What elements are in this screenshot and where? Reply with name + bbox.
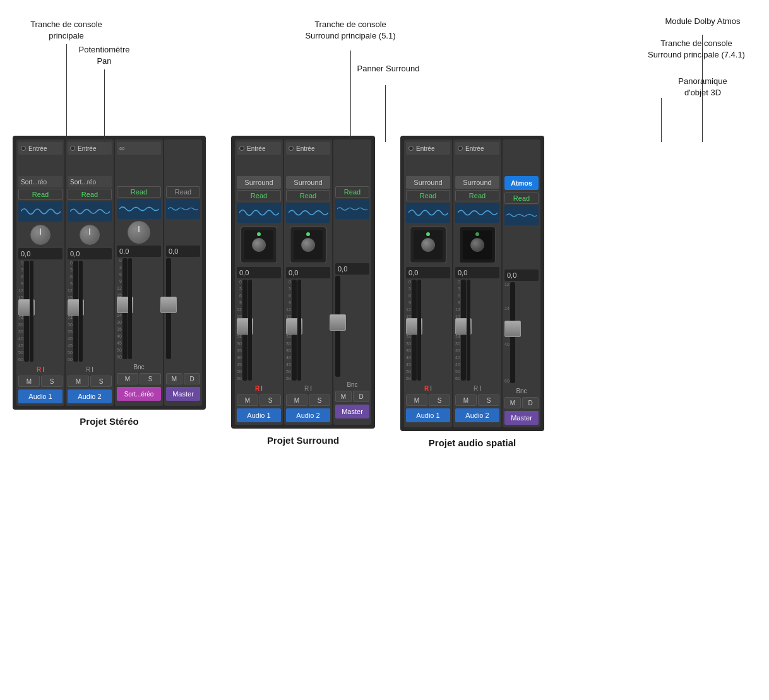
surround-panner-audio1[interactable]: [237, 224, 281, 266]
meter-bar-audio1-surround: [248, 280, 252, 381]
s-btn-audio1-surround[interactable]: S: [259, 394, 281, 406]
m-btn-audio2-surround[interactable]: M: [286, 394, 307, 406]
surround-panner-audio2[interactable]: [286, 224, 330, 266]
channel-strip-master-surround: Read 0,0: [333, 139, 371, 425]
m-btn-audio1-spatial[interactable]: M: [406, 394, 427, 406]
waveform-audio2-spatial: [455, 203, 499, 223]
channel-strip-master-stereo: Read 0,0: [164, 139, 202, 406]
input-dot: [458, 146, 463, 151]
pan-value-master-spatial: 0,0: [504, 270, 539, 281]
fader-section-audio1: 036 91215 182124 303540 455060: [18, 261, 63, 362]
d-btn-master-spatial[interactable]: D: [522, 397, 539, 408]
waveform-master-stereo: [166, 199, 200, 219]
m-btn-master-stereo[interactable]: M: [166, 373, 182, 384]
d-btn-master-stereo[interactable]: D: [184, 373, 200, 384]
channel-name-sort: Sort...éréo: [117, 387, 161, 401]
input-row-audio1: Entrée: [18, 142, 63, 155]
ri-row-audio2: R I: [68, 364, 112, 374]
waveform-audio1-surround: [237, 203, 281, 223]
waveform-audio1-spatial: [406, 203, 450, 223]
ri-row-audio1: R I: [18, 364, 63, 374]
fader-rail-master-stereo[interactable]: [166, 258, 171, 359]
s-btn-audio1-spatial[interactable]: S: [429, 394, 450, 406]
s-btn-audio1[interactable]: S: [41, 376, 63, 387]
m-btn-sort[interactable]: M: [117, 373, 138, 384]
s-btn-audio2[interactable]: S: [90, 376, 112, 387]
channel-name-audio1-spatial: Audio 1: [406, 408, 450, 422]
pan-value-text-audio1: 0,0: [21, 250, 30, 258]
m-btn-audio2[interactable]: M: [68, 376, 89, 387]
bnc-label-sort: Bnc: [133, 364, 144, 371]
fader-handle-master-surround[interactable]: [330, 314, 346, 331]
annotation-console-surround-741: Tranche de consoleSurround principale (7…: [643, 38, 750, 60]
fader-rail-master-spatial[interactable]: [510, 282, 515, 383]
annotation-console-principale: Tranche de console principale: [16, 19, 117, 41]
input-row-audio1-surround: Entrée: [237, 142, 281, 155]
channel-strip-audio2: Entrée Sort...réo Read: [66, 139, 114, 406]
channel-name-master-spatial: Master: [504, 411, 539, 425]
fader-rail-audio2[interactable]: [73, 261, 78, 362]
fader-rail-audio1-surround[interactable]: [242, 280, 247, 381]
m-btn-audio2-spatial[interactable]: M: [455, 394, 477, 406]
input-label-audio2-spatial: Entrée: [465, 145, 497, 152]
read-btn-master-stereo[interactable]: Read: [166, 186, 200, 198]
read-btn-audio1[interactable]: Read: [18, 189, 63, 200]
type-badge-audio2-spatial: Surround: [455, 176, 499, 189]
d-btn-master-surround[interactable]: D: [353, 391, 369, 402]
s-btn-audio2-spatial[interactable]: S: [478, 394, 499, 406]
i-indicator-audio2: I: [92, 366, 93, 373]
fader-section-master-spatial: 12 24 40 60: [504, 282, 539, 383]
pan-knob-audio2[interactable]: [68, 223, 112, 247]
input-label-audio2-surround: Entrée: [296, 145, 328, 152]
read-btn-text-audio2-surround: Read: [300, 192, 316, 199]
meter-bar-sort: [128, 258, 132, 359]
r-surround: R: [255, 385, 259, 392]
pan-knob-sort[interactable]: [117, 220, 161, 244]
m-btn-master-spatial[interactable]: M: [504, 397, 521, 408]
channel-strip-audio1-spatial: Entrée Surround Read: [404, 139, 452, 427]
m-btn-master-surround[interactable]: M: [335, 391, 352, 402]
read-btn-text-master-spatial: Read: [513, 194, 530, 202]
fader-rail-sort[interactable]: [122, 258, 128, 359]
read-btn-audio1-surround[interactable]: Read: [237, 190, 281, 201]
fader-handle-master-stereo[interactable]: [160, 297, 177, 313]
input-row-audio2: Entrée: [68, 142, 112, 155]
fader-rail-audio1[interactable]: [24, 261, 29, 362]
read-btn-audio1-spatial[interactable]: Read: [406, 190, 450, 201]
fader-handle-master-spatial[interactable]: [504, 321, 521, 337]
s-btn-sort[interactable]: S: [140, 373, 161, 384]
surround-panner-audio2-spatial[interactable]: [455, 224, 499, 266]
surround-panner-audio1-spatial[interactable]: [406, 224, 450, 266]
m-btn-audio1[interactable]: M: [18, 376, 40, 387]
type-badge-audio1-spatial: Surround: [406, 176, 450, 189]
fader-rail-audio1-spatial[interactable]: [412, 280, 417, 381]
atmos-button-label: Atmos: [511, 179, 532, 187]
read-btn-text-audio1-surround: Read: [251, 192, 267, 199]
pan-knob-audio1[interactable]: [18, 223, 63, 247]
fader-section-audio2-surround: 036 91215 182124 303540 455060: [286, 280, 330, 381]
project-label-surround: Projet Surround: [267, 435, 339, 446]
read-btn-text-sort: Read: [131, 188, 147, 196]
read-btn-audio2-surround[interactable]: Read: [286, 190, 330, 201]
m-btn-audio1-surround[interactable]: M: [237, 394, 258, 406]
waveform-audio2-surround: [286, 203, 330, 223]
s-btn-audio2-surround[interactable]: S: [309, 394, 330, 406]
pan-value-audio1: 0,0: [18, 248, 63, 259]
fader-rail-audio2-spatial[interactable]: [461, 280, 466, 381]
fader-section-audio1-surround: 036 91215 182124 303540 455060: [237, 280, 281, 381]
read-btn-master-surround[interactable]: Read: [335, 186, 369, 198]
mixer-group-surround: Entrée Surround Read: [231, 136, 375, 446]
fader-rail-audio2-surround[interactable]: [292, 280, 297, 381]
read-btn-audio2-spatial[interactable]: Read: [455, 190, 499, 201]
read-btn-text-master-stereo: Read: [175, 188, 191, 196]
channel-strip-audio2-spatial: Entrée Surround Read: [453, 139, 501, 427]
fader-rail-master-surround[interactable]: [335, 276, 340, 377]
annotation-panner-surround: Panner Surround: [347, 63, 429, 74]
read-btn-sort[interactable]: Read: [117, 186, 161, 198]
read-btn-text-audio2: Read: [81, 191, 98, 198]
read-btn-master-spatial[interactable]: Read: [504, 193, 539, 204]
atmos-button[interactable]: Atmos: [504, 176, 539, 190]
mixer-group-spatial: Entrée Surround Read: [400, 136, 544, 448]
read-btn-audio2[interactable]: Read: [68, 189, 112, 200]
ms-row-audio2: M S: [68, 376, 112, 387]
